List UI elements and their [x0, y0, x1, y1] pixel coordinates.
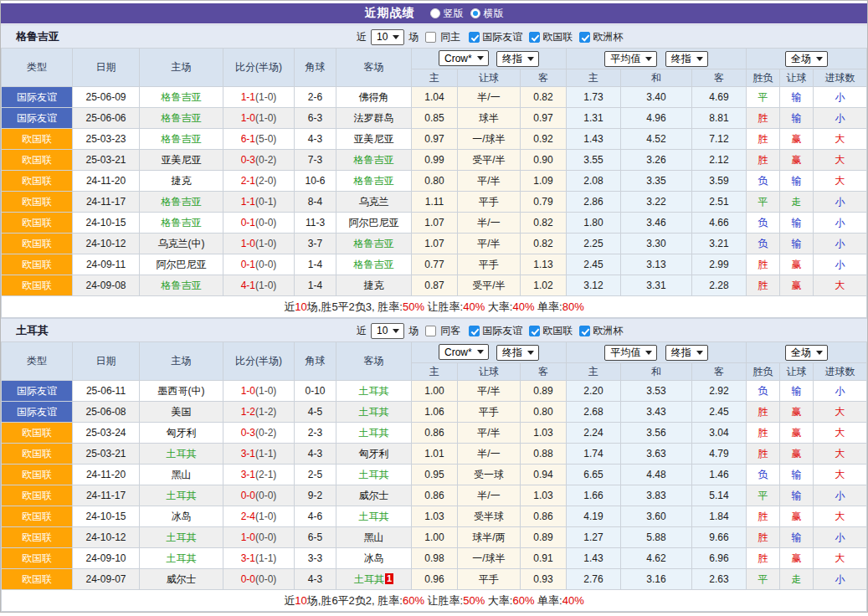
average-odds-cell: 4.48 [621, 465, 692, 485]
same-venue-checkbox[interactable] [425, 32, 436, 43]
sub-column-header: 主 [412, 363, 458, 381]
competition-checkbox[interactable] [529, 326, 540, 336]
corners-cell: 4-5 [295, 402, 336, 423]
average-odds-cell: 1.31 [567, 108, 621, 129]
chevron-down-icon [816, 351, 823, 355]
layout-vertical-radio[interactable] [430, 8, 440, 18]
handicap-odds-cell: 1.07 [412, 234, 458, 254]
same-venue-label[interactable]: 同客 [440, 324, 460, 338]
table-row: 国际友谊25-06-08美国1-2(1-2)4-5土耳其1.06平手0.802.… [2, 402, 867, 423]
result-cell: 大 [814, 423, 867, 444]
match-type-badge: 欧国联 [2, 548, 73, 569]
corners-cell: 1-4 [295, 254, 336, 275]
match-count-select[interactable]: 10 [371, 323, 404, 339]
result-cell: 大 [814, 171, 867, 192]
corners-cell: 4-3 [295, 129, 336, 150]
table-row: 欧国联24-11-20黑山3-1(2-1)2-5土耳其0.95受一球0.946.… [2, 465, 867, 485]
match-type-badge: 国际友谊 [2, 87, 73, 108]
scope-select[interactable]: 全场 [785, 345, 828, 361]
result-cell: 赢 [780, 150, 814, 171]
odds-stage-select[interactable]: 终指 [496, 51, 539, 67]
competition-label[interactable]: 欧洲杯 [593, 30, 623, 44]
score-cell: 2-4(1-0) [223, 506, 295, 527]
competition-label[interactable]: 欧洲杯 [593, 324, 623, 338]
same-venue-checkbox[interactable] [425, 326, 436, 336]
average-odds-cell: 7.12 [692, 129, 747, 150]
sub-column-header: 让球 [458, 69, 521, 87]
competition-checkbox[interactable] [579, 326, 590, 336]
same-venue-label[interactable]: 同主 [440, 30, 460, 44]
score-cell: 3-1(1-1) [223, 548, 295, 569]
handicap-odds-cell: 0.89 [521, 527, 567, 548]
result-cell: 大 [814, 129, 867, 150]
table-row: 欧国联25-03-23格鲁吉亚6-1(5-0)4-3亚美尼亚0.97一/球半0.… [2, 129, 867, 150]
average-odds-cell: 1.43 [567, 548, 621, 569]
average-odds-cell: 4.52 [621, 129, 692, 150]
result-cell: 输 [780, 87, 814, 108]
handicap-odds-cell: 受平/半 [458, 150, 521, 171]
layout-horizontal-label[interactable]: 横版 [484, 7, 504, 21]
chevron-down-icon [477, 350, 484, 354]
bookmaker-select[interactable]: Crow* [439, 344, 489, 360]
match-type-badge: 欧国联 [2, 192, 73, 213]
competition-label[interactable]: 欧国联 [542, 30, 573, 44]
layout-vertical-label[interactable]: 竖版 [444, 7, 464, 21]
result-cell: 负 [747, 171, 780, 192]
handicap-odds-cell: 0.82 [521, 234, 567, 254]
odds-stage-select[interactable]: 终指 [496, 345, 539, 361]
match-date: 24-09-07 [73, 569, 140, 590]
handicap-odds-cell: 半/一 [458, 87, 521, 108]
average-odds-cell: 1.80 [567, 213, 621, 234]
score-cell: 4-1(1-0) [223, 275, 295, 296]
handicap-odds-cell: 半/一 [458, 485, 521, 506]
home-team: 格鲁吉亚 [140, 108, 223, 129]
score-cell: 1-0(1-0) [223, 381, 295, 402]
layout-horizontal-radio[interactable] [470, 8, 480, 18]
home-team: 亚美尼亚 [140, 150, 223, 171]
away-team: 土耳其 [336, 506, 412, 527]
competition-label[interactable]: 国际友谊 [482, 324, 522, 338]
average-odds-cell: 3.13 [621, 254, 692, 275]
score-cell: 1-1(1-0) [223, 87, 295, 108]
handicap-odds-cell: 0.86 [521, 506, 567, 527]
average-select[interactable]: 平均值 [604, 345, 657, 361]
home-team: 匈牙利 [140, 423, 223, 444]
average-odds-cell: 2.08 [567, 171, 621, 192]
handicap-odds-cell: 0.88 [521, 444, 567, 465]
competition-checkbox[interactable] [469, 326, 480, 336]
handicap-odds-cell: 0.93 [521, 569, 567, 590]
result-cell: 小 [814, 381, 867, 402]
bookmaker-select[interactable]: Crow* [439, 50, 489, 66]
chevron-down-icon [527, 351, 534, 355]
odds-stage-select[interactable]: 终指 [665, 345, 708, 361]
average-select[interactable]: 平均值 [604, 51, 657, 67]
near-label: 近 [357, 30, 367, 44]
competition-checkbox[interactable] [529, 32, 540, 43]
match-type-badge: 欧国联 [2, 213, 73, 234]
home-team: 捷克 [140, 171, 223, 192]
average-odds-cell: 4.79 [692, 444, 747, 465]
chevron-down-icon [527, 57, 534, 61]
handicap-odds-cell: 0.92 [521, 129, 567, 150]
competition-checkbox[interactable] [469, 32, 480, 43]
competition-label[interactable]: 欧国联 [542, 324, 573, 338]
competition-checkbox[interactable] [579, 32, 590, 43]
match-date: 25-06-06 [73, 108, 140, 129]
table-row: 欧国联24-09-11阿尔巴尼亚0-1(0-0)1-4格鲁吉亚0.77平手1.1… [2, 254, 867, 275]
table-row: 欧国联24-11-17格鲁吉亚1-1(0-1)8-4乌克兰1.11平手0.792… [2, 192, 867, 213]
column-header: 主场 [140, 49, 223, 87]
corners-cell: 2-6 [295, 87, 336, 108]
competition-label[interactable]: 国际友谊 [482, 30, 522, 44]
score-cell: 1-0(0-0) [223, 527, 295, 548]
scope-select[interactable]: 全场 [785, 51, 828, 67]
result-cell: 走 [780, 192, 814, 213]
results-table: 类型日期主场比分(半场)角球客场Crow* 终指平均值 终指全场主让球客主和客胜… [1, 341, 867, 612]
result-cell: 输 [780, 234, 814, 254]
match-count-select[interactable]: 10 [371, 29, 404, 45]
odds-stage-select[interactable]: 终指 [665, 51, 708, 67]
average-odds-cell: 3.12 [567, 275, 621, 296]
corners-cell: 9-2 [295, 485, 336, 506]
away-team: 土耳其 [336, 423, 412, 444]
handicap-odds-cell: 球半 [458, 108, 521, 129]
title-bar: 近期战绩 竖版 横版 [1, 3, 867, 23]
